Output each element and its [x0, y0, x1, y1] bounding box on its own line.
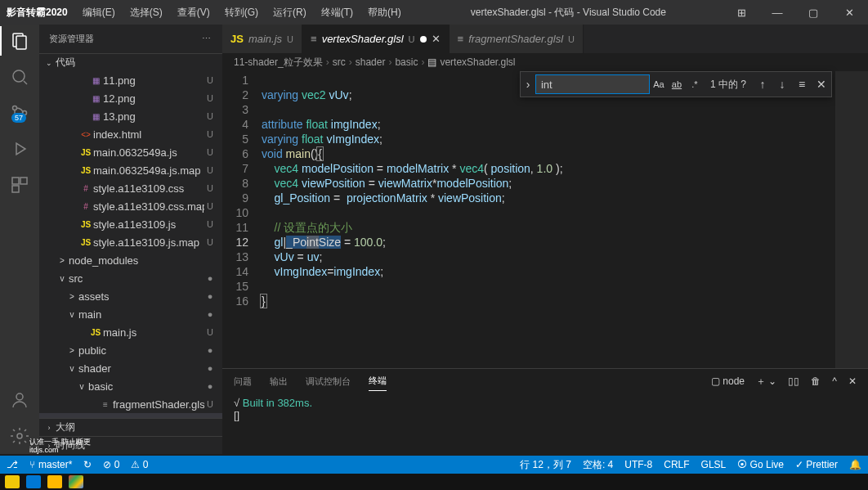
status-prettier[interactable]: ✓ Prettier — [795, 458, 838, 472]
match-case-icon[interactable]: Aa — [650, 75, 668, 93]
status-warnings[interactable]: ⚠ 0 — [131, 459, 148, 470]
menu-view[interactable]: 查看(V) — [171, 2, 217, 23]
file-main.0632549a.js.map[interactable]: JSmain.0632549a.js.mapU — [39, 161, 222, 179]
taskbar-app-4[interactable] — [69, 475, 83, 488]
search-icon[interactable] — [10, 67, 29, 87]
minimap[interactable] — [835, 71, 868, 368]
file-node_modules[interactable]: >node_modules — [39, 251, 222, 269]
find-close-icon[interactable]: ✕ — [812, 78, 831, 91]
file-style.a11e3109.js.map[interactable]: JSstyle.a11e3109.js.mapU — [39, 233, 222, 251]
terminal-split-icon[interactable]: ▯▯ — [788, 372, 799, 390]
status-golive[interactable]: ⦿ Go Live — [737, 458, 784, 472]
find-next-icon[interactable]: ↓ — [772, 78, 792, 91]
file-style.a11e3109.css.map[interactable]: #style.a11e3109.css.mapU — [39, 197, 222, 215]
svg-point-3 — [13, 106, 17, 110]
code-editor[interactable]: 12345678910111213141516 varying vec2 vUv… — [222, 71, 868, 368]
file-style.a11e3109.css[interactable]: #style.a11e3109.cssU — [39, 179, 222, 197]
panel-close-icon[interactable]: ✕ — [848, 372, 857, 390]
status-remote-icon[interactable]: ⎇ — [7, 459, 18, 470]
find-prev-icon[interactable]: ↑ — [753, 78, 772, 91]
menu-run[interactable]: 运行(R) — [266, 2, 313, 23]
file-basic[interactable]: vbasic● — [39, 377, 222, 395]
run-icon[interactable] — [10, 139, 29, 159]
section-code[interactable]: ⌄代码 — [39, 53, 222, 71]
file-public[interactable]: >public● — [39, 341, 222, 359]
status-bar: ⎇ ⑂master* ↻ ⊘ 0 ⚠ 0 行 12，列 7 空格: 4 UTF-… — [0, 456, 868, 474]
sidebar-header: 资源管理器 ⋯ — [39, 25, 222, 53]
file-11.png[interactable]: ▦11.pngU — [39, 71, 222, 89]
os-taskbar — [0, 474, 868, 490]
find-input[interactable] — [535, 74, 650, 94]
file-tree: ▦11.pngU▦12.pngU▦13.pngU<>index.htmlUJSm… — [39, 71, 222, 418]
taskbar-app-2[interactable] — [26, 475, 41, 488]
layout-icon[interactable]: ⊞ — [729, 7, 754, 19]
title-bar: 影音转霸2020 编辑(E) 选择(S) 查看(V) 转到(G) 运行(R) 终… — [0, 0, 868, 25]
file-shader[interactable]: vshader● — [39, 359, 222, 377]
file-13.png[interactable]: ▦13.pngU — [39, 107, 222, 125]
taskbar-app-1[interactable] — [5, 475, 20, 488]
menu-terminal[interactable]: 终端(T) — [315, 2, 360, 23]
tab-main.js[interactable]: JSmain.jsU — [222, 25, 302, 53]
explorer-icon[interactable] — [10, 31, 29, 51]
status-encoding[interactable]: UTF-8 — [624, 458, 652, 472]
sidebar-more-icon[interactable]: ⋯ — [202, 34, 213, 44]
find-selection-icon[interactable]: ≡ — [792, 78, 812, 91]
status-language[interactable]: GLSL — [701, 458, 727, 472]
svg-point-10 — [17, 434, 22, 438]
tab-debug[interactable]: 调试控制台 — [306, 372, 351, 391]
terminal-trash-icon[interactable]: 🗑 — [811, 372, 821, 390]
maximize-button[interactable]: ▢ — [801, 7, 825, 19]
account-icon[interactable] — [10, 390, 29, 410]
file-main.js[interactable]: JSmain.jsU — [39, 323, 222, 341]
file-main[interactable]: vmain● — [39, 305, 222, 323]
file-style.a11e3109.js[interactable]: JSstyle.a11e3109.jsU — [39, 215, 222, 233]
find-results: 1 中的 ? — [704, 78, 753, 92]
menu-select[interactable]: 选择(S) — [123, 2, 169, 23]
status-spaces[interactable]: 空格: 4 — [583, 458, 613, 472]
app-logo: 影音转霸2020 — [7, 6, 68, 20]
minimize-button[interactable]: — — [765, 7, 790, 19]
tab-vertexShader.glsl[interactable]: ≡vertexShader.glslU✕ — [302, 25, 450, 53]
file-fragmentShader.glsl[interactable]: ≡fragmentShader.glslU — [39, 395, 222, 413]
breadcrumbs[interactable]: 11-shader_粒子效果› src› shader› basic› ▤ ve… — [222, 53, 868, 71]
match-word-icon[interactable]: ab — [668, 75, 686, 93]
tab-close-icon[interactable]: ✕ — [432, 33, 441, 45]
menu-edit[interactable]: 编辑(E) — [76, 2, 122, 23]
find-expand-icon[interactable]: › — [521, 78, 535, 91]
file-assets[interactable]: >assets● — [39, 287, 222, 305]
extensions-icon[interactable] — [10, 175, 29, 195]
menu-go[interactable]: 转到(G) — [218, 2, 265, 23]
status-eol[interactable]: CRLF — [664, 458, 689, 472]
menu-help[interactable]: 帮助(H) — [361, 2, 408, 23]
panel-maximize-icon[interactable]: ^ — [832, 372, 837, 390]
file-index.html[interactable]: <>index.htmlU — [39, 125, 222, 143]
scm-icon[interactable]: 57 — [10, 103, 29, 123]
panel: 问题 输出 调试控制台 终端 ▢ node ＋ ⌄ ▯▯ 🗑 ^ ✕ √ Bui… — [222, 368, 868, 454]
terminal-new-icon[interactable]: ＋ ⌄ — [756, 371, 776, 392]
svg-point-2 — [13, 70, 25, 82]
mini-watermark: 认准一手 防止断更 itdjs.com — [29, 438, 91, 454]
tab-problems[interactable]: 问题 — [234, 372, 252, 391]
status-errors[interactable]: ⊘ 0 — [103, 459, 119, 470]
svg-rect-8 — [12, 186, 19, 192]
terminal-output[interactable]: √ Built in 382ms. [] — [222, 393, 868, 454]
find-widget: › Aa ab .* 1 中的 ? ↑ ↓ ≡ ✕ — [520, 71, 832, 97]
taskbar-app-3[interactable] — [47, 475, 62, 488]
terminal-kernel[interactable]: ▢ node — [711, 372, 745, 390]
tab-fragmentShader.glsl[interactable]: ≡fragmentShader.glslU — [450, 25, 584, 53]
status-bell-icon[interactable]: 🔔 — [849, 458, 861, 472]
regex-icon[interactable]: .* — [686, 75, 704, 93]
status-cursor[interactable]: 行 12，列 7 — [520, 458, 571, 472]
status-branch[interactable]: ⑂master* — [29, 459, 72, 470]
section-outline[interactable]: ›大纲 — [39, 418, 222, 436]
status-sync-icon[interactable]: ↻ — [83, 459, 92, 470]
file-main.0632549a.js[interactable]: JSmain.0632549a.jsU — [39, 143, 222, 161]
scm-badge: 57 — [11, 113, 26, 123]
tab-terminal[interactable]: 终端 — [369, 371, 387, 391]
close-button[interactable]: ✕ — [837, 7, 861, 19]
activity-bar: 57 — [0, 25, 39, 454]
file-src[interactable]: vsrc● — [39, 269, 222, 287]
tab-output[interactable]: 输出 — [270, 372, 288, 391]
gear-icon[interactable] — [10, 426, 29, 446]
file-12.png[interactable]: ▦12.pngU — [39, 89, 222, 107]
